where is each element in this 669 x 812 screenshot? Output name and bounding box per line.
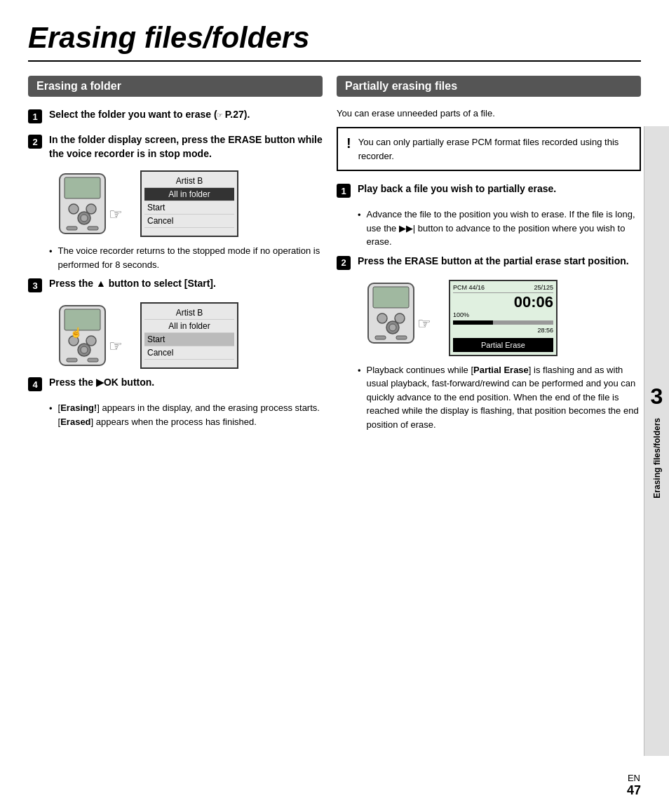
recorder-device-3: ☞ (358, 280, 442, 346)
right-step-1: 1 Play back a file you wish to partially… (337, 182, 641, 198)
right-step-2-bullet-text: Playback continues while [Partial Erase]… (367, 363, 641, 432)
step-2-number: 2 (28, 135, 42, 149)
pcm-progress-bar (453, 320, 553, 325)
partially-erasing-header: Partially erasing files (337, 76, 641, 97)
svg-rect-6 (67, 226, 77, 230)
step-1: 1 Select the folder you want to erase (☞… (28, 108, 323, 123)
step-4: 4 Press the ▶OK button. (28, 376, 323, 391)
recorder-device-1: ☞ (49, 170, 133, 237)
warning-text: You can only partially erase PCM format … (358, 135, 631, 163)
chapter-number: 3 (651, 384, 663, 410)
bullet-dot-4: • (358, 364, 361, 432)
svg-point-24 (389, 324, 396, 331)
right-step-1-bullet-text: Advance the file to the position you wis… (367, 208, 641, 249)
screen-row-cancel-2: Cancel (144, 346, 234, 360)
right-step-2-bullet: • Playback continues while [Partial Eras… (358, 363, 641, 432)
step-1-text: Select the folder you want to erase (☞ P… (49, 108, 250, 122)
screen-row-start: Start (144, 201, 234, 215)
step-2-bullet: • The voice recorder returns to the stop… (49, 244, 323, 271)
pcm-time: 00:06 (453, 293, 553, 311)
right-step-2-number: 2 (337, 256, 351, 270)
right-step-1-bullet: • Advance the file to the position you w… (358, 208, 641, 249)
svg-rect-16 (88, 358, 98, 362)
step-2-text: In the folder display screen, press the … (49, 133, 323, 161)
page-lang: EN (628, 773, 640, 783)
pcm-progress-fill (453, 320, 493, 325)
svg-rect-20 (373, 287, 409, 308)
step-4-number: 4 (28, 377, 42, 391)
warning-icon: ! (346, 135, 351, 151)
screen-display-1: Artist B All in folder Start Cancel (140, 170, 238, 237)
svg-point-14 (81, 346, 88, 353)
screen-row-all-in-folder: All in folder (144, 188, 234, 201)
right-step-1-text: Play back a file you wish to partially e… (358, 182, 556, 196)
step-2-bullet-text: The voice recorder returns to the stoppe… (58, 244, 323, 271)
screen-row-all-in-folder-2: All in folder (144, 320, 234, 333)
left-column: Erasing a folder 1 Select the folder you… (28, 76, 323, 435)
step-3-number: 3 (28, 278, 42, 292)
right-step-2-text: Press the ERASE button at the partial er… (358, 255, 629, 269)
svg-text:☞: ☞ (109, 205, 123, 223)
svg-point-21 (377, 313, 387, 323)
svg-rect-1 (65, 177, 100, 198)
pcm-header: PCM 44/16 25/125 (453, 284, 553, 293)
chapter-tab: 3 Erasing files/folders (644, 126, 669, 756)
screen-display-2: Artist B All in folder Start Cancel (140, 302, 238, 369)
screen-row-artist-b-2: Artist B (144, 306, 234, 320)
svg-rect-7 (88, 226, 98, 230)
svg-text:☞: ☞ (417, 315, 431, 332)
svg-point-5 (81, 215, 88, 222)
right-step-1-number: 1 (337, 184, 351, 198)
warning-box: ! You can only partially erase PCM forma… (337, 127, 641, 171)
right-step-2-images: ☞ PCM 44/16 25/125 00:06 100% 28:56 Part… (358, 280, 641, 356)
pcm-format: PCM 44/16 (453, 284, 485, 291)
chapter-label: Erasing files/folders (652, 418, 662, 499)
step-2-images: ☞ Artist B All in folder Start Cancel (49, 170, 323, 237)
bullet-dot-1: • (49, 245, 53, 271)
bullet-dot-2: • (49, 402, 53, 428)
svg-text:☝: ☝ (70, 327, 83, 339)
step-2: 2 In the folder display screen, press th… (28, 133, 323, 161)
screen-row-start-2: Start (144, 333, 234, 346)
svg-rect-15 (67, 358, 77, 362)
page-container: Erasing files/folders Erasing a folder 1… (0, 0, 669, 812)
page-footer: EN 47 (627, 773, 641, 798)
pcm-track: 25/125 (534, 284, 553, 291)
pcm-display: PCM 44/16 25/125 00:06 100% 28:56 Partia… (449, 280, 558, 356)
step-3-images: ☝ ☞ Artist B All in folder Start Cancel (49, 302, 323, 369)
right-step-2: 2 Press the ERASE button at the partial … (337, 255, 641, 270)
pcm-remaining: 28:56 (453, 327, 553, 334)
svg-point-2 (69, 204, 79, 214)
screen-row-artist-b: Artist B (144, 175, 234, 188)
step-3: 3 Press the ▲ button to select [Start]. (28, 277, 323, 292)
pcm-partial-label: Partial Erase (453, 338, 553, 352)
main-content: Erasing a folder 1 Select the folder you… (28, 76, 641, 435)
svg-rect-25 (375, 336, 386, 339)
step-4-text: Press the ▶OK button. (49, 376, 154, 390)
screen-row-cancel: Cancel (144, 215, 234, 228)
pcm-zoom: 100% (453, 311, 553, 318)
step-1-number: 1 (28, 109, 42, 123)
intro-text: You can erase unneeded parts of a file. (337, 108, 641, 119)
page-number: 47 (627, 783, 641, 798)
recorder-device-2: ☝ ☞ (49, 302, 133, 369)
svg-rect-26 (396, 336, 407, 339)
bullet-dot-3: • (358, 208, 361, 249)
step-4-bullet: • [Erasing!] appears in the display, and… (49, 401, 323, 428)
step-3-text: Press the ▲ button to select [Start]. (49, 277, 216, 291)
svg-text:☞: ☞ (109, 337, 123, 355)
page-title: Erasing files/folders (28, 21, 641, 62)
erasing-folder-header: Erasing a folder (28, 76, 323, 97)
step-4-bullet-text: [Erasing!] appears in the display, and t… (58, 401, 323, 428)
right-column: Partially erasing files You can erase un… (337, 76, 641, 435)
